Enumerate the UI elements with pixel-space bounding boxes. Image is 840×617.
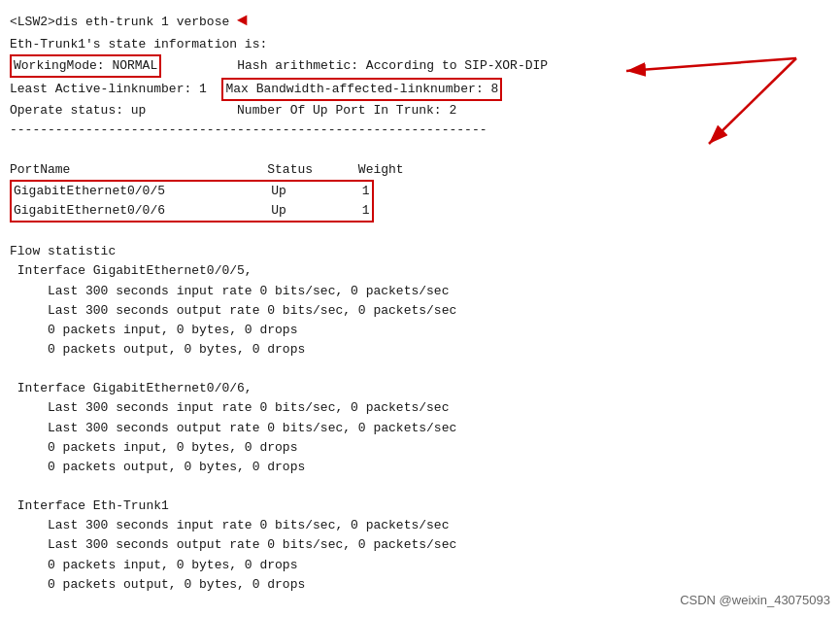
cmd-arrow: ◄ (237, 11, 248, 30)
watermark: CSDN @weixin_43075093 (680, 593, 830, 607)
line-iface1-pkt-out: 0 packets output, 0 bytes, 0 drops (10, 340, 830, 360)
port-row-1: GigabitEthernet0/0/5 Up 1 (14, 182, 370, 201)
line-cmd: <LSW2>dis eth-trunk 1 verbose ◄ (10, 8, 830, 35)
line-divider: ----------------------------------------… (10, 120, 830, 140)
line-flow: Flow statistic (10, 242, 830, 261)
line-iface1: Interface GigabitEthernet0/0/5, (10, 261, 830, 281)
line-iface1-in: Last 300 seconds input rate 0 bits/sec, … (10, 282, 830, 301)
working-mode-box: WorkingMode: NORMAL (10, 54, 161, 78)
line-iface3-out: Last 300 seconds output rate 0 bits/sec,… (10, 535, 830, 555)
line-iface3-pkt-out: 0 packets output, 0 bytes, 0 drops (10, 575, 830, 595)
line-iface2: Interface GigabitEthernet0/0/6, (10, 379, 830, 398)
line-port-header: PortName Status Weight (10, 160, 830, 180)
line-iface1-out: Last 300 seconds output rate 0 bits/sec,… (10, 301, 830, 321)
line-blank1 (10, 141, 830, 160)
port-rows-box: GigabitEthernet0/0/5 Up 1 GigabitEtherne… (10, 180, 374, 223)
port-row-2: GigabitEthernet0/0/6 Up 1 (14, 201, 370, 221)
line-blank4 (10, 477, 830, 497)
line-iface1-pkt-in: 0 packets input, 0 bytes, 0 drops (10, 321, 830, 340)
line-iface2-in: Last 300 seconds input rate 0 bits/sec, … (10, 398, 830, 418)
line-iface3-pkt-in: 0 packets input, 0 bytes, 0 drops (10, 556, 830, 575)
line-iface3: Interface Eth-Trunk1 (10, 497, 830, 516)
line-1: Eth-Trunk1's state information is: (10, 35, 830, 54)
cmd-text: <LSW2>dis eth-trunk 1 verbose (10, 15, 229, 29)
max-bandwidth-box: Max Bandwidth-affected-linknumber: 8 (221, 78, 502, 101)
line-iface2-pkt-out: 0 packets output, 0 bytes, 0 drops (10, 458, 830, 477)
line-3: Least Active-linknumber: 1 Max Bandwidth… (10, 78, 830, 101)
terminal-output: <LSW2>dis eth-trunk 1 verbose ◄ Eth-Trun… (0, 0, 840, 602)
line-blank3 (10, 360, 830, 379)
line-iface3-in: Last 300 seconds input rate 0 bits/sec, … (10, 516, 830, 535)
line-2: WorkingMode: NORMAL Hash arithmetic: Acc… (10, 54, 830, 78)
line-4: Operate status: up Number Of Up Port In … (10, 101, 830, 120)
line-iface2-pkt-in: 0 packets input, 0 bytes, 0 drops (10, 438, 830, 458)
line-blank2 (10, 223, 830, 242)
line-iface2-out: Last 300 seconds output rate 0 bits/sec,… (10, 419, 830, 438)
